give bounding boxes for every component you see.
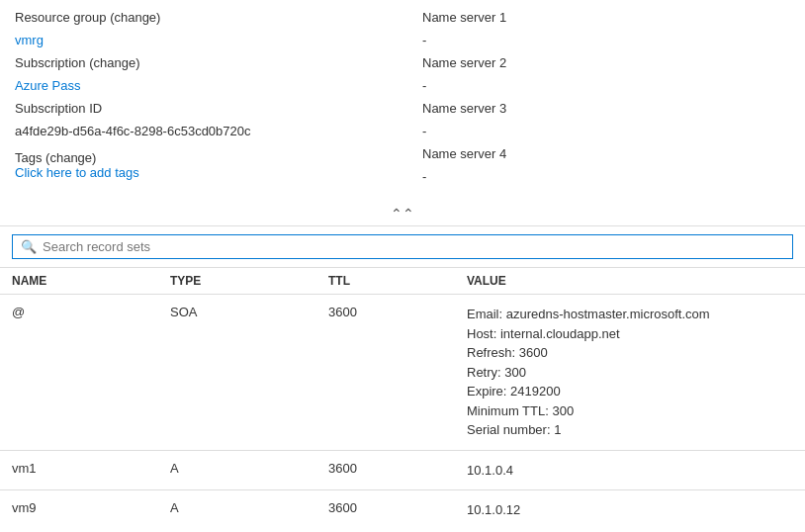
name-server-1-value-row: - (422, 33, 790, 47)
collapse-button[interactable]: ⌃⌃ (391, 206, 414, 222)
tags-section: Tags (change) Click here to add tags (15, 150, 383, 180)
name-server-4-field: Name server 4 (422, 146, 790, 161)
tags-change-link[interactable]: (change) (45, 150, 96, 165)
subscription-value[interactable]: Azure Pass (15, 78, 80, 93)
header-name: NAME (12, 274, 170, 288)
row-ttl-2: 3600 (328, 500, 467, 515)
name-server-4-value-row: - (422, 169, 790, 184)
subscription-id-value: a4fde29b-d56a-4f6c-8298-6c53cd0b720c (15, 124, 383, 138)
resource-group-label: Resource group (15, 10, 107, 25)
subscription-field: Subscription (change) (15, 55, 383, 70)
row-value-2: 10.1.0.12 (467, 500, 793, 520)
search-icon: 🔍 (21, 239, 37, 254)
name-server-4-value: - (422, 169, 426, 184)
search-bar-row: 🔍 (0, 226, 805, 268)
header-value: VALUE (467, 274, 793, 288)
row-value-0: Email: azuredns-hostmaster.microsoft.com… (467, 305, 793, 440)
row-type-2: A (170, 500, 328, 515)
table-row: vm9 A 3600 10.1.0.12 (0, 490, 805, 530)
name-server-3-value: - (422, 124, 426, 138)
row-name-1: vm1 (12, 461, 170, 476)
row-type-0: SOA (170, 305, 328, 319)
name-server-1-value: - (422, 33, 426, 47)
table-row: @ SOA 3600 Email: azuredns-hostmaster.mi… (0, 295, 805, 451)
row-ttl-0: 3600 (328, 305, 467, 319)
top-section: Resource group (change) vmrg Subscriptio… (0, 0, 805, 202)
search-input[interactable] (43, 239, 784, 254)
tags-field: Tags (change) (15, 150, 383, 165)
name-server-4-label: Name server 4 (422, 146, 506, 161)
collapse-row: ⌃⌃ (0, 202, 805, 226)
row-name-0: @ (12, 305, 170, 319)
table-header: NAME TYPE TTL VALUE (0, 268, 805, 295)
name-server-3-field: Name server 3 (422, 101, 790, 116)
resource-group-value[interactable]: vmrg (15, 33, 44, 47)
table-row: vm1 A 3600 10.1.0.4 (0, 451, 805, 491)
search-bar: 🔍 (12, 234, 793, 259)
header-type: TYPE (170, 274, 328, 288)
subscription-id-label: Subscription ID (15, 101, 102, 116)
resource-group-field: Resource group (change) (15, 10, 383, 25)
name-server-2-label: Name server 2 (422, 55, 506, 70)
subscription-label: Subscription (15, 55, 86, 70)
name-server-2-field: Name server 2 (422, 55, 790, 70)
right-column: Name server 1 - Name server 2 - Name ser… (402, 10, 790, 192)
row-ttl-1: 3600 (328, 461, 467, 476)
row-value-1: 10.1.0.4 (467, 461, 793, 481)
record-sets-table: NAME TYPE TTL VALUE @ SOA 3600 Email: az… (0, 268, 805, 530)
subscription-value-row: Azure Pass (15, 78, 383, 93)
name-server-1-label: Name server 1 (422, 10, 506, 25)
resource-group-value-row: vmrg (15, 33, 383, 47)
name-server-3-label: Name server 3 (422, 101, 506, 116)
subscription-id-field: Subscription ID (15, 101, 383, 116)
tags-add-link[interactable]: Click here to add tags (15, 165, 139, 180)
row-type-1: A (170, 461, 328, 476)
subscription-change-link[interactable]: (change) (89, 55, 139, 70)
tags-label: Tags (15, 150, 42, 165)
name-server-2-value: - (422, 78, 426, 93)
name-server-2-value-row: - (422, 78, 790, 93)
row-name-2: vm9 (12, 500, 170, 515)
header-ttl: TTL (328, 274, 467, 288)
left-column: Resource group (change) vmrg Subscriptio… (15, 10, 402, 192)
name-server-1-field: Name server 1 (422, 10, 790, 25)
name-server-3-value-row: - (422, 124, 790, 138)
resource-group-change-link[interactable]: (change) (110, 10, 160, 25)
